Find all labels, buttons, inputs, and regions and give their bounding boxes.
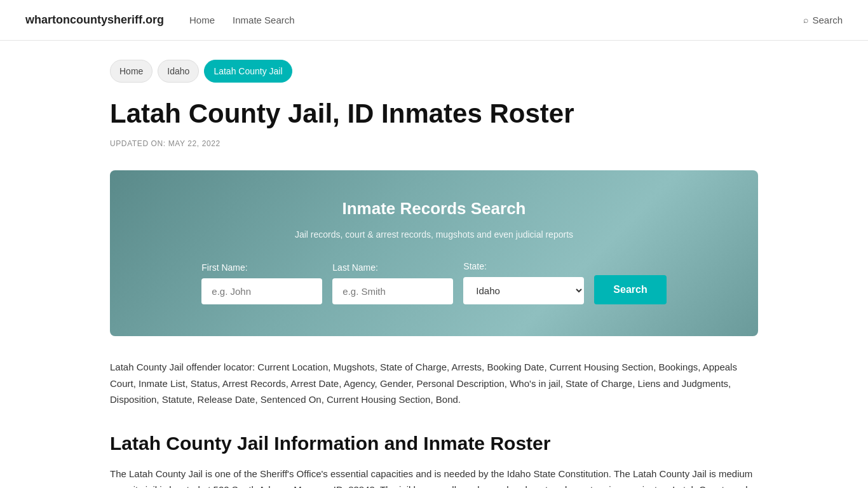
widget-subtitle: Jail records, court & arrest records, mu… (148, 227, 720, 241)
header-search-label: Search (812, 13, 843, 28)
nav-inmate-search[interactable]: Inmate Search (233, 13, 295, 28)
breadcrumb-idaho[interactable]: Idaho (158, 60, 199, 83)
first-name-input[interactable] (201, 278, 322, 304)
state-select[interactable]: AlabamaAlaskaArizonaArkansasCaliforniaCo… (463, 277, 584, 304)
last-name-input[interactable] (332, 278, 453, 304)
description-text: Latah County Jail offender locator: Curr… (110, 359, 758, 408)
updated-date: MAY 22, 2022 (168, 139, 220, 148)
section-text: The Latah County Jail is one of the Sher… (110, 466, 758, 488)
main-content: Home Idaho Latah County Jail Latah Count… (85, 41, 783, 488)
site-title[interactable]: whartoncountysheriff.org (25, 11, 164, 29)
section-heading: Latah County Jail Information and Inmate… (110, 431, 758, 456)
main-nav: Home Inmate Search (189, 13, 803, 28)
breadcrumb: Home Idaho Latah County Jail (110, 60, 758, 83)
first-name-group: First Name: (201, 261, 322, 304)
breadcrumb-home[interactable]: Home (110, 60, 153, 83)
state-group: State: AlabamaAlaskaArizonaArkansasCalif… (463, 259, 584, 304)
last-name-label: Last Name: (332, 261, 378, 274)
widget-title: Inmate Records Search (148, 196, 720, 222)
search-button[interactable]: Search (594, 275, 666, 304)
site-header: whartoncountysheriff.org Home Inmate Sea… (0, 0, 868, 41)
nav-home[interactable]: Home (189, 13, 215, 28)
breadcrumb-latah-county-jail[interactable]: Latah County Jail (204, 60, 292, 83)
page-title: Latah County Jail, ID Inmates Roster (110, 98, 758, 130)
last-name-group: Last Name: (332, 261, 453, 304)
state-label: State: (463, 259, 487, 273)
search-widget: Inmate Records Search Jail records, cour… (110, 170, 758, 336)
updated-prefix: UPDATED ON: (110, 139, 166, 148)
first-name-label: First Name: (201, 261, 247, 274)
updated-label: UPDATED ON: MAY 22, 2022 (110, 138, 758, 150)
header-search[interactable]: ⌕ Search (803, 13, 843, 28)
search-icon: ⌕ (803, 13, 808, 27)
search-form: First Name: Last Name: State: AlabamaAla… (148, 259, 720, 304)
